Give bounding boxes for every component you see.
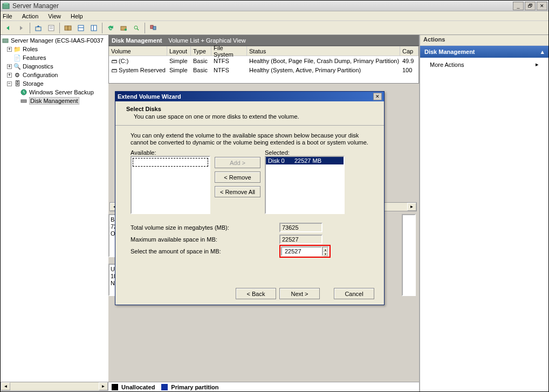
- volume-grid[interactable]: Volume Layout Type File System Status Ca…: [108, 46, 419, 84]
- svg-rect-11: [93, 25, 94, 31]
- tree-wsb[interactable]: Windows Server Backup: [2, 88, 106, 97]
- disk-icon: [20, 97, 28, 105]
- tree-storage[interactable]: −🗄Storage: [2, 79, 106, 88]
- tb-icon-3[interactable]: [88, 22, 100, 34]
- col-type[interactable]: Type: [191, 46, 211, 56]
- spin-up-icon[interactable]: ▲: [323, 247, 328, 252]
- storage-icon: 🗄: [13, 80, 21, 87]
- app-icon: [2, 2, 10, 10]
- svg-rect-7: [68, 26, 71, 30]
- expand-icon[interactable]: +: [7, 47, 12, 52]
- available-list[interactable]: [131, 156, 210, 214]
- wizard-titlebar[interactable]: Extend Volume Wizard ✕: [115, 92, 384, 101]
- restore-button[interactable]: 🗗: [525, 2, 536, 10]
- refresh-button[interactable]: [105, 22, 116, 34]
- actions-more[interactable]: More Actions ▸: [420, 58, 548, 71]
- backup-icon: [20, 88, 28, 96]
- settings-button[interactable]: [118, 22, 129, 34]
- tree-pane: Server Manager (ECS-IAAS-F0037 +📁Roles 📄…: [1, 35, 108, 391]
- features-icon: 📄: [13, 54, 21, 61]
- collapse-icon[interactable]: ▴: [541, 49, 544, 56]
- actions-pane: Actions Disk Management ▴ More Actions ▸: [419, 35, 548, 391]
- expand-icon[interactable]: +: [7, 73, 12, 78]
- table-row[interactable]: 🗃 (C:) Simple Basic NTFS Healthy (Boot, …: [109, 56, 418, 65]
- config-icon: ⚙: [13, 71, 21, 79]
- cancel-button[interactable]: Cancel: [334, 288, 374, 299]
- tree-features[interactable]: 📄Features: [2, 53, 106, 62]
- svg-rect-6: [65, 26, 68, 30]
- amount-field[interactable]: [281, 246, 322, 256]
- svg-rect-1: [4, 3, 8, 4]
- forward-button[interactable]: [16, 22, 28, 34]
- center-title: Disk Management Volume List + Graphical …: [108, 35, 419, 46]
- tb-icon-2[interactable]: [75, 22, 87, 34]
- total-value: 73625: [279, 223, 322, 232]
- selected-list[interactable]: Disk 0 22527 MB: [265, 156, 345, 214]
- roles-icon: 📁: [13, 45, 21, 53]
- minimize-button[interactable]: _: [513, 2, 524, 10]
- svg-point-13: [125, 29, 127, 31]
- table-row[interactable]: 🗃 System Reserved Simple Basic NTFS Heal…: [109, 65, 418, 74]
- remove-button[interactable]: < Remove: [215, 171, 260, 183]
- svg-rect-18: [3, 39, 8, 43]
- collapse-icon[interactable]: −: [7, 81, 12, 86]
- col-volume[interactable]: Volume: [109, 46, 167, 56]
- list-item[interactable]: Disk 0 22527 MB: [266, 157, 344, 164]
- wizard-close-button[interactable]: ✕: [373, 93, 382, 100]
- add-button[interactable]: Add >: [215, 157, 260, 168]
- col-cap[interactable]: Cap: [400, 46, 418, 56]
- legend-primary-icon: [161, 384, 168, 390]
- tree-diagnostics[interactable]: +🔍Diagnostics: [2, 62, 106, 71]
- remove-all-button[interactable]: < Remove All: [215, 186, 260, 197]
- scroll-right-icon[interactable]: ►: [99, 382, 108, 390]
- toolbar: [1, 21, 548, 35]
- tree-hscrollbar[interactable]: ◄►: [1, 382, 108, 391]
- svg-rect-2: [36, 27, 41, 31]
- help-button[interactable]: [147, 22, 159, 34]
- next-button[interactable]: Next >: [279, 288, 320, 299]
- amount-spinner[interactable]: ▲▼: [322, 246, 329, 256]
- menu-file[interactable]: File: [3, 13, 12, 19]
- tree-dm[interactable]: Disk Management: [2, 97, 106, 105]
- close-button[interactable]: ✕: [537, 2, 547, 10]
- focus-rect: [133, 158, 208, 167]
- scroll-left-icon[interactable]: ◄: [1, 382, 10, 390]
- scroll-right-icon[interactable]: ►: [407, 203, 416, 211]
- actions-section[interactable]: Disk Management ▴: [420, 46, 548, 58]
- menu-help[interactable]: Help: [71, 13, 83, 19]
- tree-configuration[interactable]: +⚙Configuration: [2, 71, 106, 79]
- svg-rect-0: [3, 4, 9, 9]
- available-label: Available:: [131, 149, 210, 156]
- total-label: Total volume size in megabytes (MB):: [131, 224, 279, 231]
- back-button[interactable]: < Back: [236, 288, 276, 299]
- actions-head: Actions: [420, 35, 548, 46]
- svg-rect-9: [78, 27, 84, 28]
- titlebar: Server Manager _ 🗗 ✕: [1, 1, 548, 11]
- legend-unallocated-icon: [112, 384, 118, 390]
- spin-down-icon[interactable]: ▼: [323, 252, 328, 256]
- selected-label: Selected:: [265, 149, 345, 156]
- amount-input[interactable]: [284, 247, 319, 255]
- wizard-message: You can only extend the volume to the av…: [131, 132, 369, 146]
- back-button[interactable]: [3, 22, 15, 34]
- server-icon: [2, 37, 9, 44]
- col-layout[interactable]: Layout: [167, 46, 191, 56]
- svg-rect-17: [153, 26, 156, 30]
- menu-action[interactable]: Action: [22, 13, 39, 19]
- extend-volume-wizard: Extend Volume Wizard ✕ Select Disks You …: [115, 91, 385, 305]
- drive-icon: 🗃: [111, 58, 119, 64]
- menubar: File Action View Help: [1, 11, 548, 21]
- tb-icon-1[interactable]: [62, 22, 74, 34]
- find-button[interactable]: [131, 22, 142, 34]
- expand-icon[interactable]: +: [7, 64, 12, 69]
- up-button[interactable]: [32, 22, 44, 34]
- properties-button[interactable]: [45, 22, 57, 34]
- tree-roles[interactable]: +📁Roles: [2, 45, 106, 53]
- max-value: 22527: [279, 235, 322, 244]
- svg-rect-16: [150, 25, 153, 29]
- col-fs[interactable]: File System: [211, 46, 247, 56]
- col-status[interactable]: Status: [247, 46, 400, 56]
- amount-label: Select the amount of space in MB:: [131, 248, 279, 255]
- tree-root[interactable]: Server Manager (ECS-IAAS-F0037: [2, 36, 106, 45]
- menu-view[interactable]: View: [48, 13, 61, 19]
